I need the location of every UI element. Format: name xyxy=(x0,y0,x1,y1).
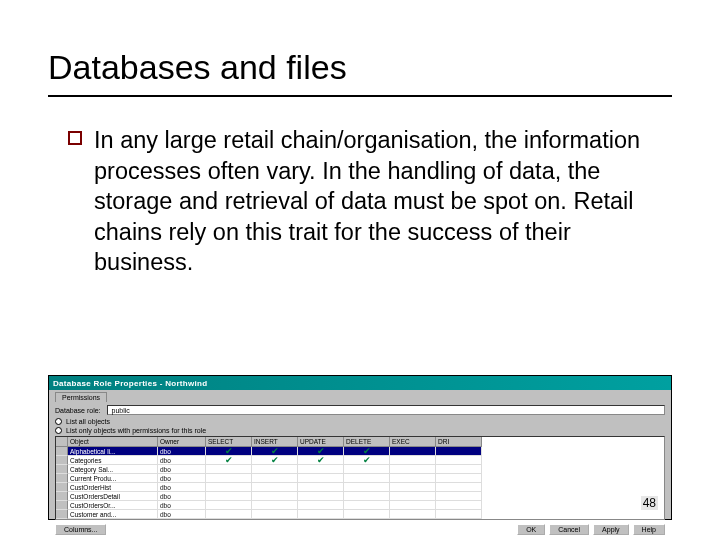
table-row: Categoriesdbo✔✔✔✔ xyxy=(56,456,664,465)
grid-header: Object Owner SELECT INSERT UPDATE DELETE… xyxy=(56,437,664,447)
cell-owner: dbo xyxy=(158,501,206,510)
cell-dri xyxy=(436,501,482,510)
table-row: Current Produ...dbo xyxy=(56,474,664,483)
cell-update xyxy=(298,474,344,483)
cell-update xyxy=(298,492,344,501)
table-row: CustOrdersDetaildbo xyxy=(56,492,664,501)
permissions-grid: Object Owner SELECT INSERT UPDATE DELETE… xyxy=(55,436,665,520)
cell-delete xyxy=(344,510,390,519)
cell-insert xyxy=(252,474,298,483)
cell-object: Categories xyxy=(68,456,158,465)
radio-icon xyxy=(55,427,62,434)
apply-button: Apply xyxy=(593,524,629,535)
cell-delete xyxy=(344,492,390,501)
cell-owner: dbo xyxy=(158,474,206,483)
bullet-item: In any large retail chain/organisation, … xyxy=(48,125,672,278)
cell-object: Alphabetical li... xyxy=(68,447,158,456)
check-icon: ✔ xyxy=(317,456,325,465)
cell-update xyxy=(298,501,344,510)
role-value: public xyxy=(107,405,665,415)
cell-dri xyxy=(436,510,482,519)
tab-row: Permissions xyxy=(55,392,665,402)
cell-insert xyxy=(252,492,298,501)
ok-button: OK xyxy=(517,524,545,535)
cell-dri xyxy=(436,465,482,474)
row-handle xyxy=(56,456,68,465)
cell-insert: ✔ xyxy=(252,456,298,465)
cell-owner: dbo xyxy=(158,492,206,501)
cell-dri xyxy=(436,492,482,501)
cell-object: Current Produ... xyxy=(68,474,158,483)
title-underline xyxy=(48,95,672,97)
page-number: 48 xyxy=(641,496,658,510)
cell-update xyxy=(298,483,344,492)
cell-object: Customer and... xyxy=(68,510,158,519)
cell-owner: dbo xyxy=(158,465,206,474)
cell-insert xyxy=(252,483,298,492)
cancel-button: Cancel xyxy=(549,524,589,535)
cell-object: CustOrderHist xyxy=(68,483,158,492)
col-blank xyxy=(56,437,68,447)
role-label: Database role: xyxy=(55,407,101,414)
table-row: CustOrdersOr...dbo xyxy=(56,501,664,510)
tab-permissions: Permissions xyxy=(55,392,107,402)
cell-exec xyxy=(390,456,436,465)
cell-select xyxy=(206,474,252,483)
row-handle xyxy=(56,447,68,456)
columns-button: Columns... xyxy=(55,524,106,535)
cell-object: CustOrdersDetail xyxy=(68,492,158,501)
table-row: Alphabetical li...dbo✔✔✔✔ xyxy=(56,447,664,456)
radio-label-2: List only objects with permissions for t… xyxy=(66,427,206,434)
check-icon: ✔ xyxy=(271,456,279,465)
cell-exec xyxy=(390,492,436,501)
help-button: Help xyxy=(633,524,665,535)
radio-row-2: List only objects with permissions for t… xyxy=(55,427,665,434)
cell-insert xyxy=(252,465,298,474)
bullet-square-icon xyxy=(68,131,82,145)
dialog-title: Database Role Properties - Northwind xyxy=(53,379,207,388)
cell-exec xyxy=(390,465,436,474)
cell-delete xyxy=(344,474,390,483)
table-row: Category Sal...dbo xyxy=(56,465,664,474)
slide-body: Databases and files In any large retail … xyxy=(0,0,720,278)
radio-icon xyxy=(55,418,62,425)
role-field-row: Database role: public xyxy=(55,405,665,415)
cell-delete xyxy=(344,483,390,492)
cell-exec xyxy=(390,447,436,456)
cell-dri xyxy=(436,483,482,492)
cell-select xyxy=(206,492,252,501)
cell-owner: dbo xyxy=(158,447,206,456)
col-object: Object xyxy=(68,437,158,447)
cell-select xyxy=(206,465,252,474)
row-handle xyxy=(56,510,68,519)
cell-object: Category Sal... xyxy=(68,465,158,474)
check-icon: ✔ xyxy=(225,456,233,465)
cell-select: ✔ xyxy=(206,456,252,465)
cell-owner: dbo xyxy=(158,510,206,519)
cell-dri xyxy=(436,447,482,456)
row-handle xyxy=(56,465,68,474)
slide-title: Databases and files xyxy=(48,48,672,87)
radio-label-1: List all objects xyxy=(66,418,110,425)
dialog-button-row: Columns... OK Cancel Apply Help xyxy=(55,524,665,535)
row-handle xyxy=(56,492,68,501)
cell-exec xyxy=(390,483,436,492)
row-handle xyxy=(56,474,68,483)
bullet-text: In any large retail chain/organisation, … xyxy=(94,125,672,278)
row-handle xyxy=(56,483,68,492)
cell-delete xyxy=(344,501,390,510)
cell-dri xyxy=(436,456,482,465)
col-dri: DRI xyxy=(436,437,482,447)
cell-update xyxy=(298,510,344,519)
cell-exec xyxy=(390,474,436,483)
cell-update: ✔ xyxy=(298,456,344,465)
dialog-screenshot: Database Role Properties - Northwind Per… xyxy=(48,375,672,520)
cell-insert xyxy=(252,510,298,519)
cell-select xyxy=(206,501,252,510)
dialog-titlebar: Database Role Properties - Northwind xyxy=(49,376,671,390)
cell-select xyxy=(206,483,252,492)
check-icon: ✔ xyxy=(363,456,371,465)
cell-select xyxy=(206,510,252,519)
col-owner: Owner xyxy=(158,437,206,447)
cell-insert xyxy=(252,501,298,510)
